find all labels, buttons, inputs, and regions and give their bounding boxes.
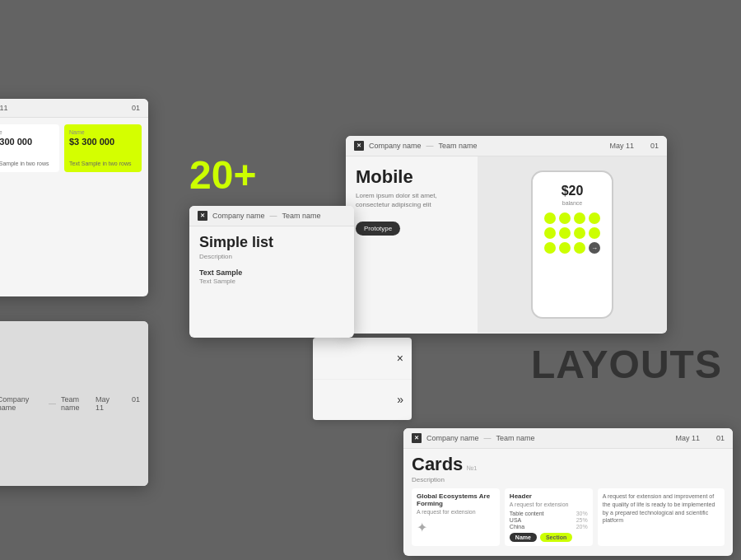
- phone-balance-label: balance: [562, 200, 583, 206]
- mobile-sep: —: [426, 142, 434, 150]
- simple-list-header: ✕ Company name — Team name: [189, 206, 354, 226]
- phone-dot-6: [559, 227, 571, 239]
- section-header-right: May 11 01: [96, 395, 140, 412]
- phone-balance: $20: [562, 184, 584, 198]
- simple-list-title: Simple list: [199, 235, 344, 251]
- simple-list-sep: —: [270, 212, 277, 220]
- section-card: ✕ Company name — Team name May 11 01 01 …: [0, 321, 148, 486]
- cards-number: 01: [716, 434, 725, 442]
- mobile-header-right: May 11 01: [609, 142, 659, 150]
- layouts-label: LAYOUTS: [531, 342, 722, 387]
- cards-col-2: Header A request for extension Table con…: [505, 488, 593, 546]
- mobile-body: Mobile Lorem ipsum dolor sit amet, conse…: [346, 156, 667, 333]
- cards-row-2: USA 25%: [510, 517, 588, 523]
- simple-list-text-sub: Text Sample: [199, 278, 344, 285]
- cards-company: Company name: [426, 434, 479, 442]
- cards-header-left: ✕ Company name — Team name: [412, 433, 535, 443]
- balance-label-2: Name: [69, 129, 137, 135]
- close-icon: ×: [397, 352, 403, 365]
- cards-col1-header: Global Ecosystems Are Forming: [417, 492, 495, 507]
- balance-item-1: Name $3 300 000 Text Sample in two rows: [0, 124, 59, 172]
- cards-col-3: A request for extension and improvement …: [598, 488, 725, 546]
- close-row[interactable]: ×: [313, 338, 412, 380]
- phone-dot-3: [574, 212, 585, 224]
- chevron-right-icon: »: [397, 393, 403, 406]
- cards-row1-pct: 30%: [576, 511, 588, 516]
- balance-card: May 11 01 Name $3 300 000 Text Sample in…: [0, 99, 148, 296]
- cards-body: Cards №1 Description Global Ecosystems A…: [403, 449, 733, 551]
- section-sep: —: [49, 399, 56, 408]
- mobile-card: ✕ Company name — Team name May 11 01 Mob…: [346, 136, 667, 334]
- cards-desc: Description: [412, 476, 725, 483]
- cards-header-right: May 11 01: [675, 434, 725, 442]
- mobile-number: 01: [650, 142, 659, 150]
- cards-header: ✕ Company name — Team name May 11 01: [403, 428, 733, 449]
- simple-list-body: Simple list Description Text Sample Text…: [189, 226, 354, 293]
- arrow-row[interactable]: »: [313, 380, 412, 421]
- cards-row-3: China 20%: [510, 524, 588, 530]
- simple-list-company: Company name: [212, 212, 265, 220]
- twenty-plus-label: 20+: [189, 152, 256, 198]
- section-header: ✕ Company name — Team name May 11 01: [0, 321, 148, 486]
- section-company: Company name: [0, 395, 44, 412]
- mobile-logo: ✕: [354, 141, 364, 151]
- simple-list-logo: ✕: [198, 211, 207, 221]
- cards-col2-header: Header: [510, 492, 588, 500]
- tag-name[interactable]: Name: [510, 533, 537, 542]
- mobile-card-header: ✕ Company name — Team name May 11 01: [346, 136, 667, 156]
- mobile-date: May 11: [609, 142, 634, 150]
- mobile-right-panel: $20 balance →: [478, 156, 667, 333]
- cards-nro: №1: [466, 464, 477, 472]
- mobile-company: Company name: [369, 142, 422, 150]
- balance-card-header: May 11 01: [0, 99, 148, 118]
- mobile-header-left: ✕ Company name — Team name: [354, 141, 478, 151]
- phone-dot-10: [559, 242, 571, 254]
- balance-number: 01: [132, 104, 140, 112]
- cards-row1-label: Table content: [510, 511, 544, 516]
- section-team: Team name: [61, 395, 96, 412]
- cards-row-1: Table content 30%: [510, 511, 588, 516]
- balance-text-sample-2: Text Sample in two rows: [69, 160, 137, 167]
- cards-tags: Name Section: [510, 533, 588, 542]
- phone-dot-9: [544, 242, 556, 254]
- cards-col-1: Global Ecosystems Are Forming A request …: [412, 488, 500, 546]
- cards-table: Global Ecosystems Are Forming A request …: [412, 488, 725, 546]
- phone-arrow-dot: →: [589, 242, 600, 254]
- cards-logo: ✕: [412, 433, 422, 443]
- simple-list-desc: Description: [199, 253, 344, 260]
- cards-team: Team name: [496, 434, 535, 442]
- simple-list-header-left: ✕ Company name — Team name: [198, 211, 321, 221]
- balance-date: May 11: [0, 104, 8, 112]
- balance-label-1: Name: [0, 129, 54, 135]
- cards-row2-label: USA: [510, 517, 521, 523]
- phone-dot-8: [589, 227, 600, 239]
- balance-text-sample-1: Text Sample in two rows: [0, 160, 54, 167]
- balance-value-2: $3 300 000: [69, 137, 137, 147]
- cards-row3-pct: 20%: [576, 524, 588, 530]
- mobile-title: Mobile: [356, 166, 468, 188]
- cards-row2-pct: 25%: [576, 517, 588, 523]
- section-date: May 11: [96, 395, 115, 412]
- phone-dot-5: [544, 227, 556, 239]
- prototype-button[interactable]: Prototype: [356, 222, 400, 236]
- simple-list-card: ✕ Company name — Team name Simple list D…: [189, 206, 354, 338]
- balance-body: Name $3 300 000 Text Sample in two rows …: [0, 118, 148, 179]
- cards-col1-sub: A request for extension: [417, 509, 495, 515]
- phone-dots-grid: →: [544, 212, 600, 254]
- plus-icon: ✦: [417, 520, 495, 535]
- tag-section[interactable]: Section: [540, 533, 572, 542]
- cards-col2-sub: A request for extension: [510, 502, 588, 507]
- arrows-card: × »: [313, 338, 412, 420]
- cards-title-row: Cards №1: [412, 454, 725, 475]
- mobile-left-panel: Mobile Lorem ipsum dolor sit amet, conse…: [346, 156, 478, 333]
- mobile-desc: Lorem ipsum dolor sit amet, consectetur …: [356, 191, 468, 209]
- cards-col3-text: A request for extension and improvement …: [603, 492, 720, 525]
- cards-date: May 11: [675, 434, 700, 442]
- simple-list-text-sample: Text Sample: [199, 268, 344, 277]
- cards-sep: —: [484, 434, 492, 442]
- mobile-team: Team name: [439, 142, 478, 150]
- cards-row3-label: China: [510, 524, 524, 530]
- phone-dot-2: [559, 212, 571, 224]
- section-header-left: ✕ Company name — Team name: [0, 395, 96, 412]
- simple-list-team: Team name: [282, 212, 321, 220]
